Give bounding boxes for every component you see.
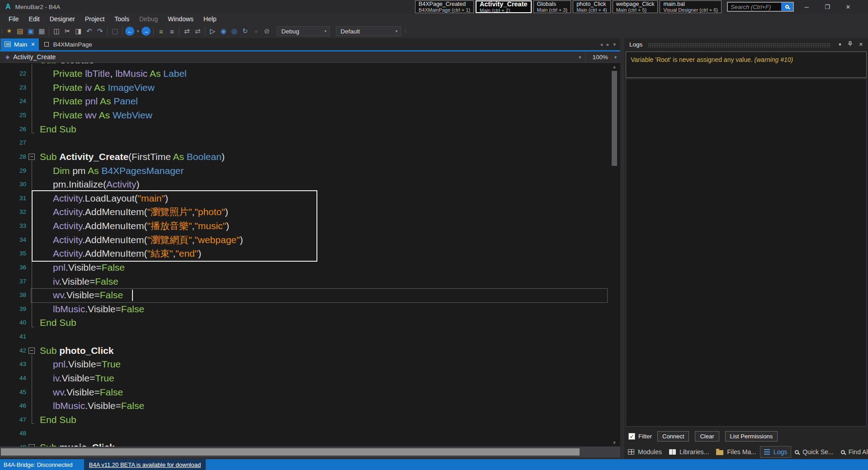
minimize-button[interactable]: ─ [797,0,816,13]
fold-collapse-icon[interactable]: – [28,154,35,160]
open-project-icon[interactable]: ▤ [14,26,25,36]
quick-link-activity_create[interactable]: Activity_CreateMain (ctrl + 2) [476,0,532,13]
panel-tab-modules[interactable]: Modules [624,446,665,458]
code-line-43[interactable]: 43pnl.Visible=True [0,357,609,371]
cut-icon[interactable]: ✂ [62,26,73,36]
code-line-21[interactable]: 21Sub Globals [0,63,609,67]
filter-checkbox[interactable]: ✓ [628,433,635,440]
code-line-49[interactable]: 49–Sub music_Click [0,441,609,446]
zoom-dropdown[interactable]: 100% ▾ [585,52,620,63]
log-output-area[interactable] [626,79,867,427]
menu-item-designer[interactable]: Designer [45,14,80,24]
code-line-37[interactable]: 37iv.Visible=False [0,275,609,289]
code-line-41[interactable]: 41 [0,330,609,344]
uncomment-icon[interactable]: ≡ [166,26,177,36]
panel-tab-find-all-ref[interactable]: Find All Ref... [837,446,868,458]
switch-designer-icon[interactable]: ⇄ [192,26,203,36]
code-line-24[interactable]: 24Private pnl As Panel [0,94,609,108]
build-config-dropdown[interactable]: Default ▾ [336,26,401,36]
code-line-23[interactable]: 23Private iv As ImageView [0,81,609,95]
quick-link-globals[interactable]: GlobalsMain (ctrl + 3) [533,0,571,13]
code-line-25[interactable]: 25Private wv As WebView [0,108,609,122]
debug-mode-dropdown[interactable]: Debug ▾ [277,26,330,36]
code-line-42[interactable]: 42–Sub photo_Click [0,344,609,358]
editor-tab-main[interactable]: Main✕ [0,38,39,50]
code-line-30[interactable]: 30pm.Initialize(Activity) [0,178,609,192]
menu-item-windows[interactable]: Windows [163,14,198,24]
export-project-icon[interactable]: ▦ [36,26,47,36]
redo-icon[interactable]: ↷ [94,26,105,36]
code-line-40[interactable]: 40End Sub [0,316,609,330]
panel-menu-icon[interactable]: ▾ [835,42,844,47]
connect-button[interactable]: Connect [657,431,689,442]
code-line-48[interactable]: 48 [0,427,609,441]
stop-icon[interactable]: ▫ [250,26,261,36]
tab-close-icon[interactable]: ✕ [31,42,35,47]
paste-icon[interactable]: ◨ [73,26,84,36]
fold-collapse-icon[interactable]: – [28,444,35,446]
vertical-scrollbar-thumb[interactable] [612,71,617,166]
code-line-46[interactable]: 46lbMusic.Visible=False [0,399,609,413]
menu-item-project[interactable]: Project [80,14,110,24]
code-line-27[interactable]: 27 [0,136,609,150]
list-permissions-button[interactable]: List Permissions [725,431,778,442]
scroll-down-icon[interactable]: ▾ [609,440,620,446]
code-line-47[interactable]: 47End Sub [0,413,609,427]
clear-button[interactable]: Clear [695,431,719,442]
search-button[interactable] [781,3,793,11]
code-line-29[interactable]: 29Dim pm As B4XPagesManager [0,164,609,178]
panel-tab-quick-se[interactable]: Quick Se... [791,446,837,458]
pin-icon[interactable] [844,41,856,47]
undo-icon[interactable]: ↶ [84,26,94,36]
quick-link-main.bal[interactable]: main.balVisual Designer (ctrl + 6) [660,0,722,13]
code-line-22[interactable]: 22Private lbTitle, lbMusic As Label [0,67,609,81]
search-input[interactable] [728,3,781,11]
wireless-icon[interactable]: ⊘ [261,26,272,36]
recompile-icon[interactable]: ↻ [240,26,250,36]
quick-link-webpage_click[interactable]: webpage_ClickMain (ctrl + 5) [613,0,658,13]
close-icon[interactable]: ✕ [856,42,866,47]
code-line-39[interactable]: 39lbMusic.Visible=False [0,302,609,316]
save-icon[interactable]: ▣ [25,26,36,36]
code-line-36[interactable]: 36pnl.Visible=False [0,261,609,275]
close-button[interactable]: ✕ [838,0,858,13]
scroll-up-icon[interactable]: ▴ [609,64,620,70]
copy-icon[interactable]: ◫ [51,26,62,36]
code-editor[interactable]: 21Sub Globals22Private lbTitle, lbMusic … [0,63,609,446]
code-line-45[interactable]: 45wv.Visible=False [0,385,609,400]
panel-tab-logs[interactable]: Logs [760,446,791,458]
restore-button[interactable]: ❐ [817,0,837,13]
history-caret-icon[interactable]: ▾ [135,26,141,36]
comment-icon[interactable]: ≡ [156,26,166,36]
fold-collapse-icon[interactable]: – [28,348,35,354]
panel-tab-libraries[interactable]: Libraries... [665,446,712,458]
connect-icon[interactable]: ◎ [229,26,240,36]
tab-scroll-left-icon[interactable]: ◂ [600,42,603,47]
method-dropdown-icon[interactable]: ▾ [574,55,585,60]
menu-item-file[interactable]: File [4,14,24,24]
update-download-link[interactable]: B4A v11.20 BETA is available for downloa… [89,461,201,468]
switch-module-icon[interactable]: ⇄ [181,26,192,36]
menu-item-help[interactable]: Help [198,14,222,24]
run-icon[interactable]: ▷ [207,26,218,36]
horizontal-scrollbar[interactable] [0,446,620,457]
bookmark-icon[interactable]: ▢ [109,26,120,36]
tab-scroll-right-icon[interactable]: ▸ [607,42,609,47]
code-line-28[interactable]: 28–Sub Activity_Create(FirstTime As Bool… [0,150,609,164]
vertical-scrollbar[interactable]: ▴ ▾ [609,63,620,446]
horizontal-scrollbar-thumb[interactable] [1,448,580,456]
code-line-26[interactable]: 26End Sub [0,122,609,136]
quick-link-photo_click[interactable]: photo_ClickMain (ctrl + 4) [573,0,611,13]
navigate-back-icon[interactable]: ← [125,27,134,36]
bridge-icon[interactable]: ◉ [218,26,229,36]
quick-link-b4xpage_created[interactable]: B4XPage_CreatedB4XMainPage (ctrl + 1) [415,0,474,13]
code-line-44[interactable]: 44iv.Visible=True [0,371,609,385]
menu-item-tools[interactable]: Tools [109,14,134,24]
panel-tab-files-ma[interactable]: Files Ma... [712,446,760,458]
navigate-forward-icon[interactable]: → [142,27,151,36]
new-project-icon[interactable]: ✶ [4,26,14,36]
editor-tab-b4xmainpage[interactable]: B4XMainPage [39,38,96,50]
menu-item-edit[interactable]: Edit [24,14,45,24]
pane-splitter[interactable] [620,38,624,459]
window-list-icon[interactable]: ▾ [613,42,616,47]
